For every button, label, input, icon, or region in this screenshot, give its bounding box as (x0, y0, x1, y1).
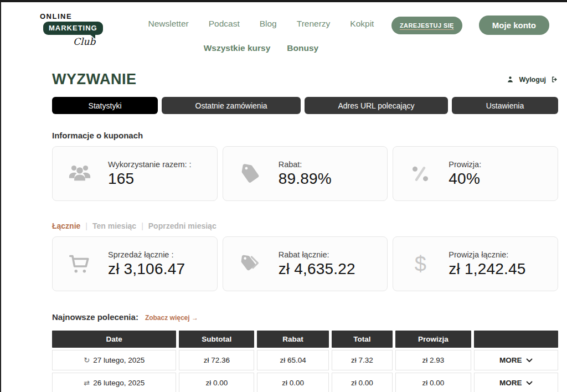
tab-adres-url-polecajacy[interactable]: Adres URL polecający (305, 97, 448, 114)
logo-text-marketing: MARKETING (43, 22, 103, 35)
primary-nav: Newsletter Podcast Blog Trenerzy Kokpit (148, 19, 374, 29)
filter-separator: | (85, 221, 87, 230)
card-rabat-lacznie: Rabat łącznie: zł 4,635.22 (223, 236, 388, 291)
card-sprzedaz-lacznie: Sprzedaż łącznie : zł 3,106.47 (52, 236, 218, 291)
cell-rabat: zł 0.00 (257, 373, 329, 392)
table-row: ⇄ 26 lutego, 2025 zł 0.00 zł 0.00 zł 0.0… (52, 373, 558, 392)
nav-item-wszystkie-kursy[interactable]: Wszystkie kursy (204, 43, 271, 53)
nav-item-podcast[interactable]: Podcast (209, 19, 240, 29)
users-icon (66, 162, 94, 185)
filter-ten-miesiac[interactable]: Ten miesiąc (92, 221, 136, 230)
card-prowizja: Prowizja: 40% (393, 146, 558, 201)
secondary-nav: Wszystkie kursy Bonusy (204, 43, 318, 53)
more-button[interactable]: MORE (474, 350, 558, 370)
tab-bar: Statystyki Ostatnie zamówienia Adres URL… (52, 97, 558, 114)
referrals-table: Date Subtotal Rabat Total Prowizja ↻ 27 … (52, 331, 558, 392)
card-label: Sprzedaż łącznie : (108, 250, 185, 259)
filter-poprzedni-miesiac[interactable]: Poprzedni miesiąc (148, 221, 217, 230)
card-value: 165 (108, 170, 192, 188)
card-value: zł 1,242.45 (449, 260, 525, 278)
coupon-cards: Wykorzystanie razem: : 165 Rabat: 89.89% (52, 146, 558, 201)
filter-lacznie[interactable]: Łącznie (52, 221, 80, 230)
date-value: 27 lutego, 2025 (93, 356, 145, 364)
card-label: Prowizja: (449, 160, 481, 169)
more-label: MORE (499, 379, 522, 387)
nav-item-kokpit[interactable]: Kokpit (350, 19, 374, 29)
card-text: Rabat łącznie: zł 4,635.22 (279, 250, 355, 278)
date-value: 26 lutego, 2025 (93, 379, 145, 387)
card-value: zł 3,106.47 (108, 260, 185, 278)
refresh-icon: ↻ (84, 356, 90, 364)
tag-icon (236, 163, 264, 184)
page-title: WYZWANIE (52, 71, 137, 88)
nav-item-newsletter[interactable]: Newsletter (148, 19, 188, 29)
cell-subtotal: zł 72.36 (179, 350, 254, 370)
see-more-link[interactable]: Zobacz więcej → (145, 314, 198, 322)
referrals-heading-row: Najnowsze polecenia: Zobacz więcej → (52, 312, 558, 322)
header-actions: ZAREJESTUJ SIĘ Moje konto (391, 16, 549, 35)
register-button[interactable]: ZAREJESTUJ SIĘ (391, 17, 462, 34)
table-row: ↻ 27 lutego, 2025 zł 72.36 zł 65.04 zł 7… (52, 350, 558, 370)
col-header-date: Date (52, 331, 176, 348)
table-header-row: Date Subtotal Rabat Total Prowizja (52, 331, 558, 348)
col-header-subtotal: Subtotal (179, 331, 254, 348)
more-button[interactable]: MORE (474, 373, 558, 392)
chevron-down-icon (526, 381, 533, 385)
card-label: Prowizja łącznie: (449, 250, 525, 259)
more-label: MORE (499, 356, 522, 364)
card-label: Rabat: (279, 160, 332, 169)
chevron-down-icon (526, 358, 533, 363)
nav-center: Newsletter Podcast Blog Trenerzy Kokpit … (131, 12, 391, 53)
swap-icon: ⇄ (84, 379, 90, 387)
tags-icon (236, 254, 264, 275)
title-row: WYZWANIE Wyloguj (52, 71, 558, 88)
cell-total: zł 0.00 (332, 373, 393, 392)
period-filters: Łącznie | Ten miesiąc | Poprzedni miesią… (52, 221, 558, 230)
cell-rabat: zł 65.04 (257, 350, 329, 370)
dollar-icon: $ (406, 254, 434, 275)
filter-separator: | (141, 221, 143, 230)
cell-date: ⇄ 26 lutego, 2025 (52, 373, 176, 392)
card-value: zł 4,635.22 (279, 260, 355, 278)
card-text: Prowizja łącznie: zł 1,242.45 (449, 250, 525, 278)
cell-prowizja: zł 2.93 (395, 350, 472, 370)
card-value: 40% (449, 170, 481, 188)
tab-statystyki[interactable]: Statystyki (52, 97, 158, 114)
card-text: Wykorzystanie razem: : 165 (108, 160, 192, 188)
totals-cards: Sprzedaż łącznie : zł 3,106.47 Rabat łąc… (52, 236, 558, 291)
my-account-button[interactable]: Moje konto (479, 16, 549, 35)
card-value: 89.89% (279, 170, 332, 188)
percent-icon (406, 163, 434, 185)
site-logo[interactable]: ONLINE MARKETING Club (37, 12, 131, 47)
top-navigation: ONLINE MARKETING Club Newsletter Podcast… (1, 2, 567, 56)
col-header-total: Total (332, 331, 393, 348)
logout-button[interactable]: Wyloguj (506, 75, 558, 84)
col-header-prowizja: Prowizja (395, 331, 472, 348)
col-header-rabat: Rabat (257, 331, 329, 348)
nav-item-blog[interactable]: Blog (260, 19, 277, 29)
cell-subtotal: zł 0.00 (179, 373, 254, 392)
logo-text-club: Club (73, 36, 131, 47)
cell-prowizja: zł 0.00 (395, 373, 472, 392)
main-content: WYZWANIE Wyloguj Statystyki Ostatnie zam… (1, 56, 567, 392)
logout-icon (551, 76, 558, 83)
tab-ustawienia[interactable]: Ustawienia (452, 97, 558, 114)
page: ONLINE MARKETING Club Newsletter Podcast… (0, 0, 567, 392)
tab-ostatnie-zamowienia[interactable]: Ostatnie zamówienia (162, 97, 301, 114)
card-text: Rabat: 89.89% (279, 160, 332, 188)
coupons-heading: Informacje o kuponach (52, 131, 558, 140)
col-header-actions (474, 331, 558, 348)
nav-item-trenerzy[interactable]: Trenerzy (297, 19, 331, 29)
card-rabat: Rabat: 89.89% (223, 146, 388, 201)
nav-item-bonusy[interactable]: Bonusy (287, 43, 318, 53)
card-label: Rabat łącznie: (279, 250, 355, 259)
card-text: Sprzedaż łącznie : zł 3,106.47 (108, 250, 185, 278)
user-icon (506, 75, 514, 84)
referrals-heading: Najnowsze polecenia: (52, 312, 138, 322)
cell-date: ↻ 27 lutego, 2025 (52, 350, 176, 370)
card-usage-total: Wykorzystanie razem: : 165 (52, 146, 218, 201)
logout-label: Wyloguj (519, 76, 546, 84)
cell-total: zł 7.32 (332, 350, 393, 370)
card-label: Wykorzystanie razem: : (108, 160, 192, 169)
logo-text-online: ONLINE (37, 12, 131, 20)
